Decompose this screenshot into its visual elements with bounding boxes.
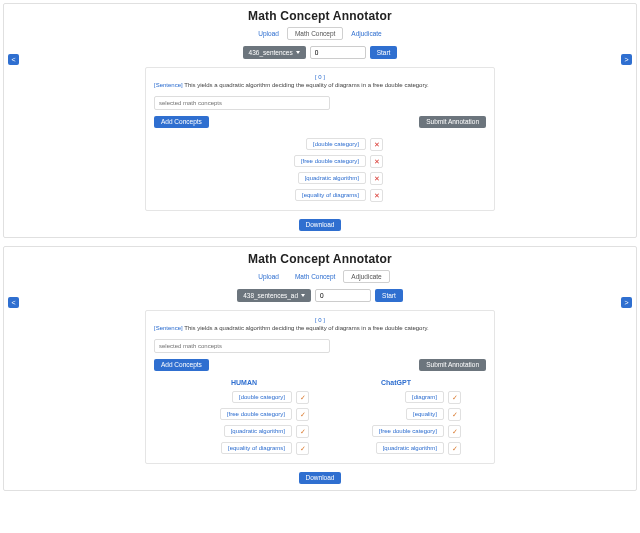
sentence-text: [Sentence] This yields a quadratic algor… [154,82,486,90]
concept-row: [equality] ✓ [331,408,461,421]
index-input[interactable] [310,46,366,59]
prev-button[interactable]: < [8,54,19,65]
close-icon: ✕ [374,141,380,148]
tab-math-concept[interactable]: Math Concept [287,270,343,283]
concept-row: [quadratic algorithm] ✕ [257,172,383,185]
dataset-dropdown-label: 436_sentences [249,49,293,56]
concept-row: [double category] ✓ [179,391,309,404]
concept-row: [equality of diagrams] ✓ [179,442,309,455]
sentence-body: This yields a quadratic algorithm decidi… [184,82,428,88]
check-icon: ✓ [452,428,458,435]
concept-row: [free double category] ✓ [179,408,309,421]
concept-row: [diagram] ✓ [331,391,461,404]
submit-annotation-button[interactable]: Submit Annotation [419,116,486,128]
remove-concept-button[interactable]: ✕ [370,155,383,168]
concept-chip[interactable]: [equality] [406,408,444,420]
sentence-label: [Sentence] [154,325,183,331]
index-input[interactable] [315,289,371,302]
tab-upload[interactable]: Upload [250,27,287,40]
tab-adjudicate[interactable]: Adjudicate [343,27,389,40]
app-title: Math Concept Annotator [4,252,636,266]
download-row: Download [4,219,636,231]
prev-button[interactable]: < [8,297,19,308]
concept-row: [quadratic algorithm] ✓ [331,442,461,455]
approve-concept-button[interactable]: ✓ [448,408,461,421]
dataset-dropdown-label: 438_sentences_ad [243,292,298,299]
add-concepts-button[interactable]: Add Concepts [154,116,209,128]
approve-concept-button[interactable]: ✓ [448,391,461,404]
chevron-left-icon: < [11,299,15,306]
chatgpt-column-title: ChatGPT [331,379,461,386]
remove-concept-button[interactable]: ✕ [370,138,383,151]
concept-chip[interactable]: [free double category] [294,155,366,167]
tabs: Upload Math Concept Adjudicate [4,27,636,40]
check-icon: ✓ [300,445,306,452]
download-button[interactable]: Download [299,219,342,231]
close-icon: ✕ [374,175,380,182]
start-button[interactable]: Start [375,289,403,302]
sentence-id: [ 0 ] [154,317,486,323]
concept-chip[interactable]: [diagram] [405,391,444,403]
selected-concepts-input[interactable] [154,96,330,110]
concept-chip[interactable]: [quadratic algorithm] [298,172,366,184]
dataset-dropdown[interactable]: 436_sentences [243,46,306,59]
approve-concept-button[interactable]: ✓ [296,408,309,421]
concept-chip[interactable]: [free double category] [220,408,292,420]
tab-adjudicate[interactable]: Adjudicate [343,270,389,283]
concept-row: [double category] ✕ [257,138,383,151]
panel-adjudicate: Math Concept Annotator Upload Math Conce… [3,246,637,491]
tab-math-concept[interactable]: Math Concept [287,27,343,40]
human-column: HUMAN [double category] ✓ [free double c… [179,379,309,455]
controls-row: 438_sentences_ad Start [4,289,636,302]
concept-chip[interactable]: [free double category] [372,425,444,437]
check-icon: ✓ [452,394,458,401]
sentence-text: [Sentence] This yields a quadratic algor… [154,325,486,333]
sentence-label: [Sentence] [154,82,183,88]
approve-concept-button[interactable]: ✓ [448,425,461,438]
chevron-right-icon: > [624,299,628,306]
approve-concept-button[interactable]: ✓ [448,442,461,455]
add-concepts-button[interactable]: Add Concepts [154,359,209,371]
close-icon: ✕ [374,192,380,199]
sentence-id: [ 0 ] [154,74,486,80]
concept-chip[interactable]: [equality of diagrams] [295,189,366,201]
action-row: Add Concepts Submit Annotation [154,359,486,371]
chatgpt-column: ChatGPT [diagram] ✓ [equality] ✓ [free d… [331,379,461,455]
remove-concept-button[interactable]: ✕ [370,189,383,202]
download-button[interactable]: Download [299,472,342,484]
concept-row: [free double category] ✓ [331,425,461,438]
check-icon: ✓ [300,394,306,401]
panel-math-concept: Math Concept Annotator Upload Math Conce… [3,3,637,238]
next-button[interactable]: > [621,297,632,308]
remove-concept-button[interactable]: ✕ [370,172,383,185]
check-icon: ✓ [300,411,306,418]
annotation-card: [ 0 ] [Sentence] This yields a quadratic… [145,310,495,464]
selected-concepts-input[interactable] [154,339,330,353]
dataset-dropdown[interactable]: 438_sentences_ad [237,289,311,302]
concept-chip[interactable]: [equality of diagrams] [221,442,292,454]
chevron-left-icon: < [11,56,15,63]
chevron-right-icon: > [624,56,628,63]
approve-concept-button[interactable]: ✓ [296,391,309,404]
sentence-body: This yields a quadratic algorithm decidi… [184,325,428,331]
concept-row: [equality of diagrams] ✕ [257,189,383,202]
approve-concept-button[interactable]: ✓ [296,442,309,455]
comparison-columns: HUMAN [double category] ✓ [free double c… [154,379,486,455]
controls-row: 436_sentences Start [4,46,636,59]
app-title: Math Concept Annotator [4,9,636,23]
submit-annotation-button[interactable]: Submit Annotation [419,359,486,371]
approve-concept-button[interactable]: ✓ [296,425,309,438]
concept-row: [quadratic algorithm] ✓ [179,425,309,438]
concept-chip[interactable]: [double category] [306,138,366,150]
check-icon: ✓ [452,411,458,418]
concept-chip[interactable]: [quadratic algorithm] [376,442,444,454]
tab-upload[interactable]: Upload [250,270,287,283]
download-row: Download [4,472,636,484]
human-column-title: HUMAN [179,379,309,386]
concept-chip[interactable]: [quadratic algorithm] [224,425,292,437]
start-button[interactable]: Start [370,46,398,59]
action-row: Add Concepts Submit Annotation [154,116,486,128]
annotation-card: [ 0 ] [Sentence] This yields a quadratic… [145,67,495,211]
next-button[interactable]: > [621,54,632,65]
concept-chip[interactable]: [double category] [232,391,292,403]
